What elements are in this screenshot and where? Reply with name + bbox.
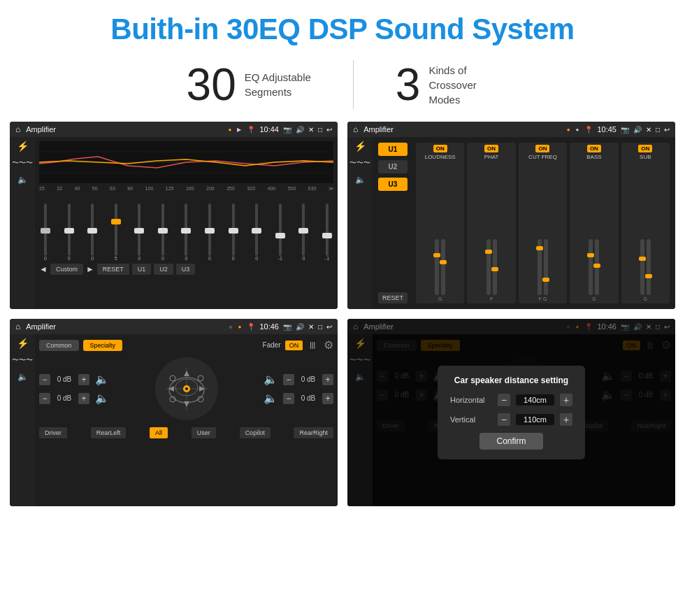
modal-vertical-plus[interactable]: + xyxy=(560,413,572,426)
modal-horizontal-minus[interactable]: − xyxy=(498,394,510,406)
fader-rt-plus[interactable]: + xyxy=(322,374,333,385)
fader-on-badge[interactable]: ON xyxy=(285,341,303,350)
eq-slider-6[interactable]: 0 xyxy=(157,203,169,261)
screen3-topbar: ⌂ Amplifier ■ ● 📍 10:46 📷 🔊 ✕ □ ↩ xyxy=(10,319,338,334)
screen2-content: ⚡ 〜〜〜 🔈 U1 U2 U3 RESET ON LOUDNESS xyxy=(347,137,675,309)
fader-rb-db: 0 dB xyxy=(297,394,319,402)
fader-rt-minus[interactable]: − xyxy=(283,374,294,385)
home-icon-3[interactable]: ⌂ xyxy=(15,322,20,331)
eq-slider-3[interactable]: 0 xyxy=(86,203,99,261)
car-settings-icon[interactable]: ⚙ xyxy=(324,338,333,352)
modal-vertical-label: Vertical xyxy=(450,415,492,424)
eq-slider-7[interactable]: 0 xyxy=(180,203,192,261)
close-icon-3[interactable]: ✕ xyxy=(308,323,314,331)
eq-icon-3[interactable]: ⚡ xyxy=(17,338,29,348)
modal-vertical-minus[interactable]: − xyxy=(498,413,510,426)
fader-lb-plus[interactable]: + xyxy=(78,393,89,404)
fader-lb-minus[interactable]: − xyxy=(39,393,50,404)
screen-eq: ⌂ Amplifier ● ▶ 📍 10:44 📷 🔊 ✕ □ ↩ ⚡ 〜〜〜 … xyxy=(10,122,338,309)
close-icon[interactable]: ✕ xyxy=(308,126,314,134)
panel-phat-on[interactable]: ON xyxy=(484,145,498,152)
screens-grid: ⌂ Amplifier ● ▶ 📍 10:44 📷 🔊 ✕ □ ↩ ⚡ 〜〜〜 … xyxy=(0,122,685,516)
fader-rearright-btn[interactable]: RearRight xyxy=(294,427,333,438)
eq-slider-4[interactable]: 5 xyxy=(110,203,122,261)
back-icon-2[interactable]: ↩ xyxy=(664,126,670,134)
panel-bass-on[interactable]: ON xyxy=(587,145,601,152)
confirm-button[interactable]: Confirm xyxy=(480,433,542,450)
eq-icon-2[interactable]: ⚡ xyxy=(354,141,366,151)
eq-u1-btn[interactable]: U1 xyxy=(132,264,152,275)
window-icon: □ xyxy=(318,126,322,134)
eq-next-btn[interactable]: ► xyxy=(86,264,94,274)
eq-slider-5[interactable]: 0 xyxy=(133,203,145,261)
panel-sub: ON SUB G xyxy=(621,143,670,303)
fader-user-btn[interactable]: User xyxy=(192,427,216,438)
u3-button[interactable]: U3 xyxy=(378,178,408,191)
fader-lt-db: 0 dB xyxy=(53,375,75,383)
u1-button[interactable]: U1 xyxy=(378,143,408,156)
eq-slider-1[interactable]: 0 xyxy=(39,203,52,261)
fader-copilot-btn[interactable]: Copilot xyxy=(240,427,271,438)
crossover-reset-btn[interactable]: RESET xyxy=(378,292,408,303)
fader-rb-minus[interactable]: − xyxy=(283,393,294,404)
back-icon[interactable]: ↩ xyxy=(326,126,332,134)
screen3-sidebar: ⚡ 〜〜〜 🔈 xyxy=(10,334,35,506)
eq-prev-btn[interactable]: ◄ xyxy=(39,264,48,274)
stats-row: 30 EQ Adjustable Segments 3 Kinds of Cro… xyxy=(0,53,685,122)
fader-lt-minus[interactable]: − xyxy=(39,374,50,385)
eq-slider-8[interactable]: 0 xyxy=(203,203,216,261)
fader-lt-speaker: 🔈 xyxy=(95,373,109,386)
modal-horizontal-value: 140cm xyxy=(516,394,554,406)
eq-slider-13[interactable]: -1 xyxy=(321,203,333,261)
volume-icon-3: 🔊 xyxy=(296,323,304,331)
screen3-main: Common Specialty Fader ON ||| ⚙ − 0 dB + xyxy=(35,334,338,506)
svg-point-15 xyxy=(198,375,203,381)
fader-rearleft-btn[interactable]: RearLeft xyxy=(91,427,127,438)
eq-slider-12[interactable]: 0 xyxy=(297,203,310,261)
topbar-icons-2: 📍 10:45 📷 🔊 ✕ □ ↩ xyxy=(584,125,670,134)
svg-point-14 xyxy=(170,375,175,381)
topbar-icons: 📍 10:44 📷 🔊 ✕ □ ↩ xyxy=(247,125,332,134)
eq-u2-btn[interactable]: U2 xyxy=(154,264,173,275)
fader-left-controls: − 0 dB + 🔈 − 0 dB + 🔈 xyxy=(39,373,151,405)
eq-slider-2[interactable]: 0 xyxy=(63,203,75,261)
u2-button[interactable]: U2 xyxy=(378,160,408,173)
wave-icon-2: 〜〜〜 xyxy=(349,158,370,168)
time3: 10:46 xyxy=(259,322,279,331)
panel-sub-label: SUB xyxy=(640,154,651,160)
screen1-topbar: ⌂ Amplifier ● ▶ 📍 10:44 📷 🔊 ✕ □ ↩ xyxy=(10,122,338,137)
eq-icon[interactable]: ⚡ xyxy=(17,141,29,151)
tab-common[interactable]: Common xyxy=(39,340,79,351)
fader-tabs: Common Specialty Fader ON ||| ⚙ xyxy=(39,338,333,352)
panel-cutfreq-on[interactable]: ON xyxy=(535,145,549,152)
home-icon[interactable]: ⌂ xyxy=(15,124,20,134)
stat-eq: 30 EQ Adjustable Segments xyxy=(145,62,353,107)
eq-custom-btn[interactable]: Custom xyxy=(50,264,83,275)
modal-horizontal-row: Horizontal − 140cm + xyxy=(450,394,572,406)
eq-controls: ◄ Custom ► RESET U1 U2 U3 xyxy=(39,264,333,275)
eq-slider-11[interactable]: -1 xyxy=(274,203,287,261)
close-icon-2[interactable]: ✕ xyxy=(646,126,651,134)
screen1-title: Amplifier xyxy=(26,125,222,134)
eq-slider-10[interactable]: 0 xyxy=(250,203,263,261)
fader-rb-plus[interactable]: + xyxy=(322,393,333,404)
stat-eq-label: EQ Adjustable Segments xyxy=(245,70,311,99)
fader-lt-plus[interactable]: + xyxy=(78,374,89,385)
fader-right-controls: 🔈 − 0 dB + 🔈 − 0 dB + xyxy=(222,373,334,405)
panel-loudness-on[interactable]: ON xyxy=(433,145,447,152)
back-icon-3[interactable]: ↩ xyxy=(326,323,332,331)
time2: 10:45 xyxy=(597,125,616,134)
screen2-main: U1 U2 U3 RESET ON LOUDNESS G xyxy=(373,137,675,309)
modal-horizontal-plus[interactable]: + xyxy=(560,394,572,406)
eq-reset-btn[interactable]: RESET xyxy=(97,264,129,275)
panel-sub-on[interactable]: ON xyxy=(638,145,652,152)
eq-u3-btn[interactable]: U3 xyxy=(176,264,196,275)
modal-title: Car speaker distance setting xyxy=(450,375,572,385)
eq-slider-9[interactable]: 0 xyxy=(227,203,240,261)
fader-all-btn[interactable]: All xyxy=(150,427,168,438)
screen3-title: Amplifier xyxy=(26,322,223,331)
crossover-panels: ON LOUDNESS G ON PHAT xyxy=(413,140,672,306)
tab-specialty[interactable]: Specialty xyxy=(83,340,123,351)
home-icon-2[interactable]: ⌂ xyxy=(353,124,358,134)
fader-driver-btn[interactable]: Driver xyxy=(39,427,67,438)
